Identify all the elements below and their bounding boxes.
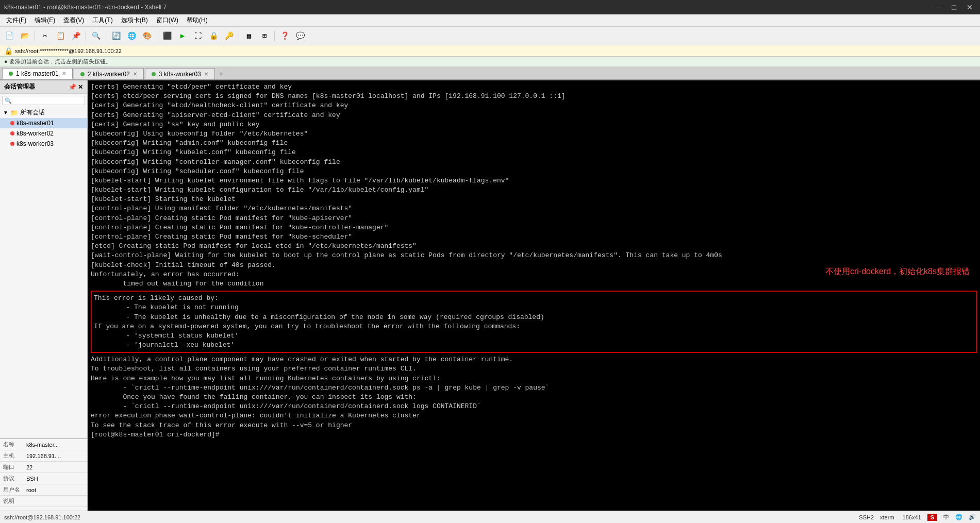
sftp-button[interactable]: 🌐 — [124, 29, 139, 43]
open-button[interactable]: 📂 — [18, 29, 32, 43]
tab-indicator-3 — [152, 72, 156, 76]
prop-key: 协议 — [0, 473, 23, 484]
menu-edit[interactable]: 编辑(E) — [30, 15, 59, 26]
toolbar-sep-4 — [157, 31, 157, 41]
tip-bar: ● 要添加当前会话，点击左侧的箭头按钮。 — [0, 57, 980, 67]
session-dot-3 — [10, 142, 14, 146]
color-button[interactable]: 🎨 — [140, 29, 154, 43]
tab-add-button[interactable]: + — [216, 69, 226, 79]
maximize-button[interactable]: □ — [949, 3, 959, 11]
menu-help[interactable]: 帮助(H) — [182, 15, 212, 26]
session-item-master01[interactable]: k8s-master01 — [0, 118, 87, 128]
terminal-line: [control-plane] Creating static Pod mani… — [91, 223, 977, 232]
cut-button[interactable]: ✂ — [38, 29, 52, 43]
prop-key: 端口 — [0, 462, 23, 473]
folder-icon: 📁 — [10, 109, 18, 116]
prop-value: k8s-master... — [23, 439, 87, 450]
sidebar: 会话管理器 📌 ✕ ▼ 📁 所有会话 k8s-master01 k8s- — [0, 80, 88, 511]
tab-indicator-1 — [9, 72, 13, 76]
tab-indicator-2 — [80, 72, 85, 76]
record-button[interactable]: ▶ — [175, 29, 190, 43]
title-text: k8s-master01 - root@k8s-master01:~/cri-d… — [4, 4, 167, 11]
main-layout: 会话管理器 📌 ✕ ▼ 📁 所有会话 k8s-master01 k8s- — [0, 80, 980, 511]
minimize-button[interactable]: — — [932, 3, 945, 11]
window-controls: — □ ✕ — [932, 3, 976, 11]
help-button[interactable]: ❓ — [277, 29, 292, 43]
status-right: SSH2 xterm 186x41 S 中 🌐 🔊 — [859, 513, 976, 521]
session-manager-title: 会话管理器 — [4, 82, 35, 91]
terminal[interactable]: [certs] Generating "etcd/peer" certifica… — [88, 80, 980, 511]
tip-text: ● 要添加当前会话，点击左侧的箭头按钮。 — [4, 58, 111, 65]
terminal-line: [control-plane] Using manifest folder "/… — [91, 204, 977, 213]
toolbar: 📄 📂 ✂ 📋 📌 🔍 🔄 🌐 🎨 ⬛ ▶ ⛶ 🔒 🔑 ▦ ⊞ ❓ 💬 — [0, 27, 980, 45]
status-bar: ssh://root@192.168.91.100:22 SSH2 xterm … — [0, 511, 980, 523]
menu-window[interactable]: 窗口(W) — [152, 15, 182, 26]
tab-label-2: 2 k8s-worker02 — [88, 71, 130, 78]
session-label-2: k8s-worker02 — [16, 130, 54, 137]
session-label-3: k8s-worker03 — [16, 140, 54, 147]
tab-worker02[interactable]: 2 k8s-worker02 ✕ — [74, 68, 144, 79]
tab-close-2[interactable]: ✕ — [133, 71, 137, 77]
terminal-line: - `crictl --runtime-endpoint unix:///var… — [91, 383, 977, 393]
session-manager-pin[interactable]: 📌 ✕ — [69, 83, 83, 91]
close-button[interactable]: ✕ — [964, 3, 976, 11]
tab-master01[interactable]: 1 k8s-master01 ✕ — [2, 68, 73, 79]
paste-button[interactable]: 📌 — [69, 29, 83, 43]
menu-tools[interactable]: 工具(T) — [88, 15, 117, 26]
terminal-line: Here is one example how you may list all… — [91, 374, 977, 383]
property-row: 端口22 — [0, 462, 87, 473]
session-item-worker02[interactable]: k8s-worker02 — [0, 128, 87, 139]
tab-worker03[interactable]: 3 k8s-worker03 ✕ — [145, 68, 215, 79]
terminal-line: timed out waiting for the condition — [91, 279, 977, 289]
layout-button[interactable]: ▦ — [242, 29, 256, 43]
new-session-button[interactable]: 📄 — [2, 29, 16, 43]
ssh-bar: 🔒 ssh://root:*************@192.168.91.10… — [0, 45, 980, 57]
key-button[interactable]: 🔑 — [222, 29, 236, 43]
session-manager: 会话管理器 📌 ✕ ▼ 📁 所有会话 k8s-master01 k8s- — [0, 80, 87, 438]
stop-button[interactable]: ⬛ — [160, 29, 174, 43]
terminal-line: error execution phase wait-control-plane… — [91, 411, 977, 420]
all-sessions-header[interactable]: ▼ 📁 所有会话 — [0, 107, 87, 118]
terminal-line: [kubeconfig] Writing "scheduler.conf" ku… — [91, 167, 977, 176]
terminal-line: [wait-control-plane] Waiting for the kub… — [91, 251, 977, 260]
session-manager-header: 会话管理器 📌 ✕ — [0, 80, 87, 94]
terminal-line: [kubeconfig] Writing "admin.conf" kubeco… — [91, 139, 977, 148]
lock-button[interactable]: 🔒 — [206, 29, 221, 43]
property-row: 名称k8s-master... — [0, 439, 87, 450]
tab-label-1: 1 k8s-master01 — [16, 70, 59, 77]
terminal-line: [kubeconfig] Writing "controller-manager… — [91, 158, 977, 167]
terminal-line: [etcd] Creating static Pod manifest for … — [91, 242, 977, 251]
menu-tabs[interactable]: 选项卡(B) — [117, 15, 152, 26]
transfer-button[interactable]: 🔄 — [109, 29, 123, 43]
session-item-worker03[interactable]: k8s-worker03 — [0, 139, 87, 149]
session-search-container — [0, 94, 87, 107]
terminal-line: - 'journalctl -xeu kubelet' — [94, 341, 974, 350]
prop-value: root — [23, 484, 87, 496]
menu-view[interactable]: 查看(V) — [59, 15, 88, 26]
menu-file[interactable]: 文件(F) — [2, 15, 30, 26]
status-network-icon: 🌐 — [955, 514, 962, 520]
find-button[interactable]: 🔍 — [89, 29, 103, 43]
status-icons: 中 — [943, 513, 949, 521]
session-tree: ▼ 📁 所有会话 k8s-master01 k8s-worker02 k8s-w… — [0, 107, 87, 149]
toolbar-sep-2 — [86, 31, 86, 41]
tab-close-1[interactable]: ✕ — [62, 71, 66, 76]
chat-button[interactable]: 💬 — [293, 29, 307, 43]
annotation-text: 不使用cri-dockerd，初始化k8s集群报错 — [825, 266, 970, 277]
terminal-line: - 'systemctl status kubelet' — [94, 331, 974, 341]
expand-button[interactable]: ⛶ — [191, 29, 205, 43]
layout2-button[interactable]: ⊞ — [257, 29, 272, 43]
terminal-line: [kubelet-start] Writing kubelet configur… — [91, 185, 977, 195]
copy-button[interactable]: 📋 — [53, 29, 68, 43]
tab-label-3: 3 k8s-worker03 — [159, 71, 201, 78]
terminal-line: [certs] etcd/peer serving cert is signed… — [91, 92, 977, 101]
session-search-input[interactable] — [2, 96, 85, 105]
terminal-line: [certs] Generating "etcd/peer" certifica… — [91, 82, 977, 92]
menu-bar: 文件(F) 编辑(E) 查看(V) 工具(T) 选项卡(B) 窗口(W) 帮助(… — [0, 14, 980, 27]
terminal-line: [certs] Generating "etcd/healthcheck-cli… — [91, 101, 977, 110]
terminal-line: To see the stack trace of this error exe… — [91, 421, 977, 430]
property-row: 说明 — [0, 496, 87, 507]
tab-close-3[interactable]: ✕ — [204, 71, 208, 77]
prop-value — [23, 496, 87, 507]
prop-key: 名称 — [0, 439, 23, 450]
